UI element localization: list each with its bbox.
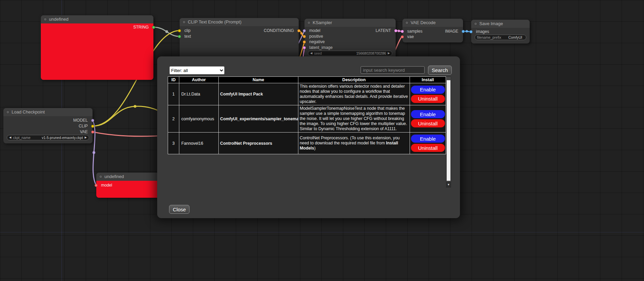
decrement-arrow-icon[interactable]: ◀	[310, 51, 312, 56]
input-dot-text[interactable]	[178, 35, 181, 38]
output-dot-vae[interactable]	[91, 130, 94, 134]
node-title-bar[interactable]: VAE Decode	[402, 19, 463, 27]
output-port-string: STRING	[41, 24, 153, 30]
node-title: undefined	[49, 17, 68, 22]
output-port-image: IMAGE	[402, 29, 463, 34]
next-arrow-icon[interactable]: ▶	[85, 135, 87, 140]
port-label: text	[184, 34, 191, 39]
input-dot-model[interactable]	[95, 184, 98, 187]
table-row: 2 comfyanonymous ComfyUI_experiments/sam…	[168, 105, 446, 133]
cell-id: 2	[168, 105, 179, 133]
node-title-bar[interactable]: KSampler	[304, 19, 396, 27]
collapse-dot-icon[interactable]	[405, 21, 409, 24]
search-button[interactable]: Search	[428, 66, 452, 75]
port-label: model	[101, 183, 112, 188]
cell-author: comfyanonymous	[179, 105, 219, 133]
node-title: Load Checkpoint	[12, 109, 45, 115]
enable-button[interactable]: Enable	[411, 110, 445, 118]
input-dot-latent-image[interactable]	[303, 46, 306, 49]
extension-link[interactable]: ComfyUI_experiments/sampler_tonemap	[219, 105, 298, 133]
extension-link[interactable]: ControlNet Preprocessors	[219, 133, 298, 154]
output-dot-clip[interactable]	[91, 125, 94, 128]
node-title-bar[interactable]: undefined	[41, 15, 153, 23]
uninstall-button[interactable]: Uninstall	[411, 95, 445, 103]
uninstall-button[interactable]: Uninstall	[411, 144, 445, 152]
output-dot-string[interactable]	[152, 26, 155, 29]
cell-install: Enable Uninstall	[410, 105, 446, 133]
prev-arrow-icon[interactable]: ◀	[9, 135, 11, 140]
port-label: positive	[309, 34, 323, 39]
port-label: CONDITIONING	[264, 28, 294, 33]
wire-midpoint-dot	[134, 105, 136, 108]
widget-value: ComfyUI	[508, 35, 522, 39]
seed-widget[interactable]: ◀ seed 156680208700286 ▶	[308, 51, 392, 56]
node-load-checkpoint[interactable]: Load Checkpoint MODEL CLIP VAE ◀ ckpt_na…	[3, 108, 93, 143]
collapse-dot-icon[interactable]	[182, 20, 186, 24]
input-port-negative: negative	[304, 39, 396, 45]
collapse-dot-icon[interactable]	[474, 22, 477, 25]
node-undefined-top[interactable]: undefined STRING	[41, 15, 153, 80]
scrollbar[interactable]: ▼	[446, 76, 451, 188]
cell-author: Dr.Lt.Data	[179, 83, 219, 105]
filename-prefix-widget[interactable]: filename_prefix ComfyUI	[475, 35, 526, 40]
output-dot-conditioning[interactable]	[297, 29, 300, 32]
port-label: latent_image	[309, 45, 333, 50]
port-label: STRING	[133, 25, 149, 30]
port-label: IMAGE	[445, 29, 458, 34]
node-title-bar[interactable]: Load Checkpoint	[3, 108, 93, 116]
header-install: Install	[410, 77, 446, 83]
node-title-bar[interactable]: CLIP Text Encode (Prompt)	[180, 18, 299, 26]
input-port-images: images	[471, 29, 530, 34]
output-dot-latent[interactable]	[394, 29, 397, 32]
ckpt-name-widget[interactable]: ◀ ckpt_name v1-5-pruned-emaonly.ckpt ▶	[7, 135, 89, 140]
scrollbar-thumb[interactable]	[447, 80, 450, 181]
collapse-dot-icon[interactable]	[6, 110, 10, 114]
collapse-dot-icon[interactable]	[44, 18, 47, 21]
output-port-clip: CLIP	[3, 123, 93, 129]
node-title: VAE Decode	[411, 20, 435, 25]
widget-label: seed	[314, 51, 322, 55]
port-label: vae	[407, 34, 414, 39]
node-title-bar[interactable]: Save Image	[471, 20, 530, 28]
uninstall-button[interactable]: Uninstall	[411, 119, 445, 127]
scroll-down-icon: ▼	[447, 183, 450, 186]
description-text: ModelSamplerTonemapNoiseTest a node that…	[300, 106, 407, 131]
cell-description: This extension offers various detector n…	[298, 83, 410, 105]
collapse-dot-icon[interactable]	[99, 175, 102, 178]
output-dot-image[interactable]	[462, 30, 465, 33]
header-id: ID	[168, 77, 179, 83]
header-name: Name	[219, 77, 298, 83]
input-dot-images[interactable]	[469, 30, 473, 33]
scroll-down-button[interactable]: ▼	[446, 182, 451, 187]
wire-midpoint-dot	[93, 151, 95, 154]
enable-button[interactable]: Enable	[411, 135, 445, 143]
output-port-vae: VAE	[3, 129, 93, 135]
port-label: MODEL	[73, 118, 88, 123]
cell-install: Enable Uninstall	[410, 83, 446, 105]
search-input[interactable]	[361, 66, 425, 74]
node-graph-canvas[interactable]: undefined STRING CLIP Text Encode (Promp…	[0, 0, 644, 281]
input-dot-negative[interactable]	[303, 40, 306, 43]
enable-button[interactable]: Enable	[411, 86, 445, 94]
widget-value: 156680208700286	[356, 51, 386, 55]
input-port-vae: vae	[402, 34, 463, 39]
node-title: undefined	[104, 174, 124, 179]
error-node-body	[41, 23, 153, 80]
node-vae-decode[interactable]: VAE Decode samples vae IMAGE	[402, 19, 463, 42]
increment-arrow-icon[interactable]: ▶	[388, 51, 390, 56]
close-button[interactable]: Close	[169, 205, 189, 214]
input-dot-vae[interactable]	[401, 35, 404, 38]
filter-select[interactable]: Filter: all	[169, 66, 225, 74]
output-dot-model[interactable]	[91, 119, 94, 122]
collapse-dot-icon[interactable]	[307, 21, 311, 24]
port-label: images	[476, 29, 489, 34]
input-dot-positive[interactable]	[303, 35, 306, 38]
output-port-latent: LATENT	[304, 28, 396, 33]
node-title: CLIP Text Encode (Prompt)	[188, 19, 242, 24]
wire-midpoint-dot	[165, 30, 168, 33]
wire-midpoint-dot	[466, 30, 468, 33]
description-text: ControlNet Preprocessors. (To use this e…	[300, 136, 400, 145]
extension-link[interactable]: ComfyUI Impact Pack	[219, 83, 298, 105]
cell-description: ModelSamplerTonemapNoiseTest a node that…	[298, 105, 410, 133]
node-save-image[interactable]: Save Image images filename_prefix ComfyU…	[471, 20, 530, 43]
